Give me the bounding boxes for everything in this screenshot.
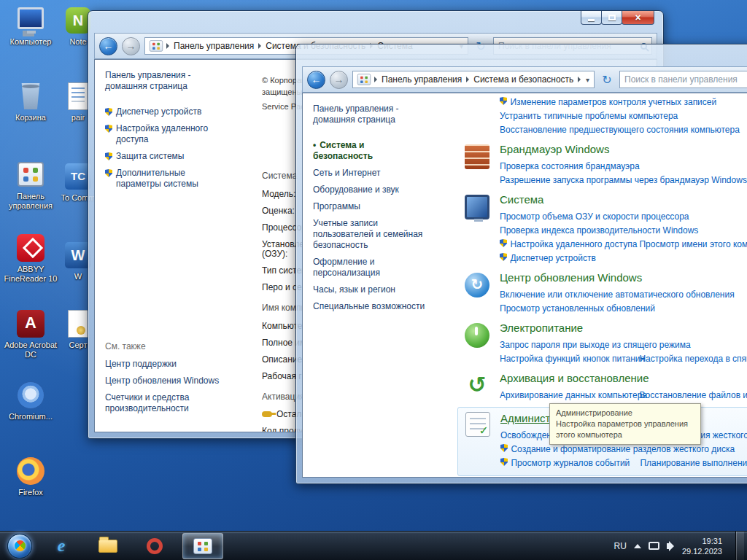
sidebar-item-network-internet[interactable]: Сеть и Интернет <box>313 168 422 179</box>
see-also-title: См. также <box>105 341 239 351</box>
task-link[interactable]: Архивирование данных компьютера <box>500 390 647 400</box>
desktop-icon-chromium[interactable]: Chromium... <box>3 381 58 421</box>
breadcrumb-item-system-security[interactable]: Система и безопасность <box>471 74 576 85</box>
desktop-icon-label: Adobe Acrobat DC <box>3 341 58 359</box>
task-link[interactable]: Просмотр имени этого компьютера <box>639 239 747 249</box>
close-button[interactable]: × <box>622 11 654 25</box>
address-dropdown-icon[interactable]: ▾ <box>586 76 589 84</box>
section-title-backup[interactable]: Архивация и восстановление <box>500 372 747 384</box>
address-bar[interactable]: Панель управления Система и безопасность… <box>352 71 595 88</box>
sidebar-item-system-security[interactable]: Система и безопасность <box>313 140 422 162</box>
sidebar-item-clock-language[interactable]: Часы, язык и регион <box>313 284 430 295</box>
start-button[interactable] <box>7 534 32 559</box>
sidebar-item-hardware-sound[interactable]: Оборудование и звук <box>313 184 422 195</box>
refresh-button[interactable]: ↻ <box>599 71 615 88</box>
task-link[interactable]: Планирование выполнения заданий <box>640 458 747 468</box>
security-window-titlebar[interactable] <box>296 44 747 66</box>
system-sidebar: Панель управления - домашняя страница Ди… <box>95 60 244 432</box>
sidebar-home-link[interactable]: Панель управления - домашняя страница <box>105 70 207 92</box>
sidebar-item-action-center[interactable]: Центр поддержки <box>105 359 225 370</box>
section-title-system[interactable]: Система <box>500 193 747 206</box>
breadcrumb-item-control-panel[interactable]: Панель управления <box>379 74 464 85</box>
see-also-section: См. также Центр поддержки Центр обновлен… <box>105 341 239 414</box>
search-box[interactable] <box>619 71 747 88</box>
taskbar-item-cryptopro[interactable] <box>136 533 174 559</box>
windows-logo-icon <box>12 538 27 553</box>
sidebar-item-ease-of-access[interactable]: Специальные возможности <box>313 301 430 312</box>
desktop-icon-label: Корзина <box>3 113 58 122</box>
show-desktop-button[interactable] <box>735 532 744 560</box>
sidebar-item-label: Настройка удаленного доступа <box>116 123 225 145</box>
task-link[interactable]: Разрешение запуска программы через бранд… <box>500 175 747 185</box>
clock[interactable]: 19:31 29.12.2023 <box>682 536 722 556</box>
sidebar-home-link[interactable]: Панель управления - домашняя страница <box>313 104 415 125</box>
forward-button[interactable]: → <box>330 71 348 89</box>
task-link[interactable]: Просмотр установленных обновлений <box>500 303 655 314</box>
computer-icon <box>15 6 47 35</box>
task-link[interactable]: Диспетчер устройств <box>510 253 595 263</box>
section-title-power[interactable]: Электропитание <box>500 322 747 334</box>
sidebar-item-advanced-settings[interactable]: Дополнительные параметры системы <box>105 168 225 190</box>
back-button[interactable]: ← <box>99 37 117 55</box>
section-header-system: Система <box>262 171 297 181</box>
taskbar-item-internet-explorer[interactable]: e <box>42 533 80 559</box>
desktop: Компьютер Корзина Панель управления ABBY… <box>0 0 747 560</box>
section-title-firewall[interactable]: Брандмауэр Windows <box>500 143 747 155</box>
taskbar-item-explorer[interactable] <box>89 533 127 559</box>
volume-icon[interactable] <box>667 543 670 549</box>
breadcrumb-item-control-panel[interactable]: Панель управления <box>171 41 256 51</box>
sidebar-item-device-manager[interactable]: Диспетчер устройств <box>105 106 225 117</box>
forward-button[interactable]: → <box>122 37 140 55</box>
system-icon <box>465 195 489 219</box>
minimize-button[interactable] <box>581 11 602 25</box>
task-link-system-restore[interactable]: Восстановление предшествующего состояния… <box>500 125 740 135</box>
language-indicator[interactable]: RU <box>614 541 627 551</box>
task-link[interactable]: Настройка перехода в спящий режим <box>639 354 747 364</box>
task-link[interactable]: Запрос пароля при выходе из спящего режи… <box>500 340 691 350</box>
maximize-button[interactable] <box>601 11 622 25</box>
task-link[interactable]: Создание и форматирование разделов жестк… <box>511 444 735 454</box>
desktop-icon-recycle-bin[interactable]: Корзина <box>3 82 58 122</box>
task-link[interactable]: Просмотр объема ОЗУ и скорости процессор… <box>500 211 689 222</box>
search-input[interactable] <box>624 74 747 85</box>
desktop-icon-abbyy[interactable]: ABBYY FineReader 10 <box>3 233 58 284</box>
system-window-titlebar[interactable]: × <box>88 11 663 33</box>
task-link[interactable]: Настройка удаленного доступа <box>510 239 637 249</box>
uac-shield-icon <box>500 458 508 466</box>
sidebar-item-performance[interactable]: Счетчики и средства производительности <box>105 392 225 414</box>
taskbar-item-control-panel-active[interactable] <box>182 533 223 559</box>
sidebar-item-label: Дополнительные параметры системы <box>116 168 225 190</box>
breadcrumb-separator-icon <box>374 77 377 82</box>
task-link-uac-settings[interactable]: Изменение параметров контроля учетных за… <box>510 97 716 107</box>
task-link[interactable]: Просмотр журналов событий <box>511 458 630 468</box>
task-link[interactable]: Настройка функций кнопок питания <box>500 354 645 364</box>
desktop-icon-computer[interactable]: Компьютер <box>3 6 58 47</box>
sidebar-item-windows-update[interactable]: Центр обновления Windows <box>105 376 225 386</box>
desktop-icon-acrobat[interactable]: A Adobe Acrobat DC <box>3 309 58 359</box>
sidebar-item-label: Диспетчер устройств <box>116 106 201 117</box>
hidden-icons-arrow[interactable] <box>634 544 641 548</box>
network-icon[interactable] <box>649 542 659 550</box>
sidebar-item-appearance[interactable]: Оформление и персонализация <box>313 257 422 279</box>
firewall-icon <box>465 144 489 169</box>
task-link[interactable]: Включение или отключение автоматического… <box>500 289 735 300</box>
recycle-bin-icon <box>15 82 47 111</box>
tooltip-title: Администрирование <box>556 408 694 419</box>
desktop-icon-control-panel[interactable]: Панель управления <box>3 160 58 211</box>
backup-icon: ↺ <box>465 373 489 398</box>
task-link[interactable]: Проверка индекса производительности Wind… <box>500 225 698 236</box>
tooltip: Администрирование Настройка параметров у… <box>549 403 701 445</box>
uac-shield-icon <box>500 253 507 261</box>
back-button[interactable]: ← <box>307 71 325 89</box>
section-title-windows-update[interactable]: Центр обновления Windows <box>500 271 747 284</box>
sidebar-item-user-accounts[interactable]: Учетные записи пользователей и семейная … <box>313 218 430 251</box>
task-link[interactable]: Проверка состояния брандмауэра <box>500 161 640 171</box>
task-link[interactable]: Восстановление файлов из архива <box>639 390 747 400</box>
sidebar-item-programs[interactable]: Программы <box>313 201 422 212</box>
desktop-icon-firefox[interactable]: Firefox <box>3 456 58 497</box>
folder-icon <box>98 540 117 553</box>
task-link-troubleshoot[interactable]: Устранить типичные проблемы компьютера <box>500 111 678 121</box>
sidebar-item-system-protection[interactable]: Защита системы <box>105 151 225 162</box>
sidebar-item-remote-access[interactable]: Настройка удаленного доступа <box>105 123 225 145</box>
sidebar-item-label: Защита системы <box>116 151 184 162</box>
